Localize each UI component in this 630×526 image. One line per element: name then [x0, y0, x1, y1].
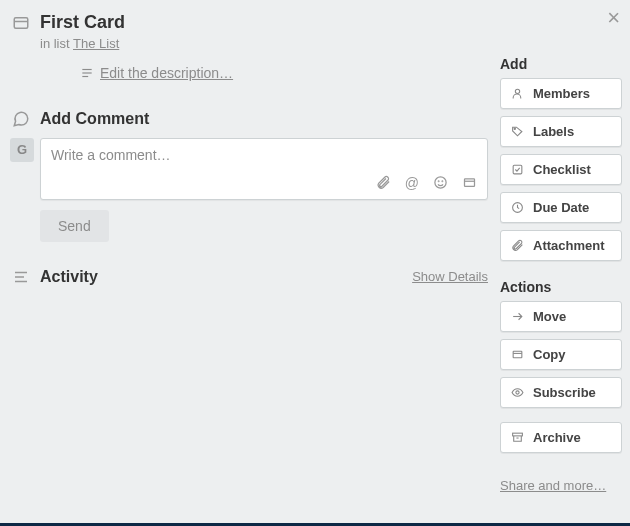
archive-button[interactable]: Archive — [500, 422, 622, 453]
move-label: Move — [533, 309, 566, 324]
activity-heading: Activity — [40, 268, 98, 286]
show-details-link[interactable]: Show Details — [412, 269, 488, 284]
svg-point-5 — [435, 176, 446, 187]
list-link[interactable]: The List — [73, 36, 119, 51]
checklist-label: Checklist — [533, 162, 591, 177]
labels-label: Labels — [533, 124, 574, 139]
attach-icon[interactable] — [376, 175, 391, 191]
attachment-label: Attachment — [533, 238, 605, 253]
copy-icon — [511, 348, 525, 361]
checklist-button[interactable]: Checklist — [500, 154, 622, 185]
person-icon — [511, 87, 525, 100]
archive-label: Archive — [533, 430, 581, 445]
description-icon — [80, 66, 94, 80]
svg-point-6 — [438, 181, 439, 182]
svg-point-7 — [442, 181, 443, 182]
svg-point-23 — [516, 391, 519, 394]
due-date-label: Due Date — [533, 200, 589, 215]
attachment-button[interactable]: Attachment — [500, 230, 622, 261]
svg-point-16 — [515, 89, 519, 93]
activity-icon — [12, 268, 30, 286]
send-button[interactable]: Send — [40, 210, 109, 242]
add-heading: Add — [500, 56, 622, 72]
members-label: Members — [533, 86, 590, 101]
svg-rect-0 — [14, 18, 28, 29]
svg-rect-8 — [465, 178, 475, 186]
archive-icon — [511, 431, 525, 444]
comment-input[interactable]: Write a comment… @ — [40, 138, 488, 200]
copy-label: Copy — [533, 347, 566, 362]
comment-icon — [12, 110, 30, 128]
svg-rect-21 — [513, 351, 522, 358]
members-button[interactable]: Members — [500, 78, 622, 109]
card-title[interactable]: First Card — [40, 12, 488, 34]
labels-button[interactable]: Labels — [500, 116, 622, 147]
paperclip-icon — [511, 239, 525, 252]
subscribe-label: Subscribe — [533, 385, 596, 400]
share-more-link[interactable]: Share and more… — [500, 478, 606, 493]
svg-rect-18 — [513, 165, 522, 174]
avatar[interactable]: G — [10, 138, 34, 162]
comment-placeholder: Write a comment… — [51, 147, 171, 163]
edit-description-link[interactable]: Edit the description… — [100, 65, 233, 81]
mention-icon[interactable]: @ — [405, 175, 419, 191]
tag-icon — [511, 125, 525, 138]
checklist-icon — [511, 163, 525, 176]
add-comment-heading: Add Comment — [40, 110, 488, 128]
card-icon — [12, 14, 30, 32]
due-date-button[interactable]: Due Date — [500, 192, 622, 223]
svg-rect-24 — [513, 433, 523, 436]
eye-icon — [511, 386, 525, 399]
card-list-line: in list The List — [40, 36, 488, 51]
copy-button[interactable]: Copy — [500, 339, 622, 370]
svg-point-17 — [514, 128, 515, 129]
card-attach-icon[interactable] — [462, 175, 477, 191]
arrow-right-icon — [511, 310, 525, 323]
clock-icon — [511, 201, 525, 214]
edit-description-row[interactable]: Edit the description… — [80, 65, 233, 81]
actions-heading: Actions — [500, 279, 622, 295]
emoji-icon[interactable] — [433, 175, 448, 191]
move-button[interactable]: Move — [500, 301, 622, 332]
subscribe-button[interactable]: Subscribe — [500, 377, 622, 408]
close-icon[interactable]: × — [607, 5, 620, 31]
